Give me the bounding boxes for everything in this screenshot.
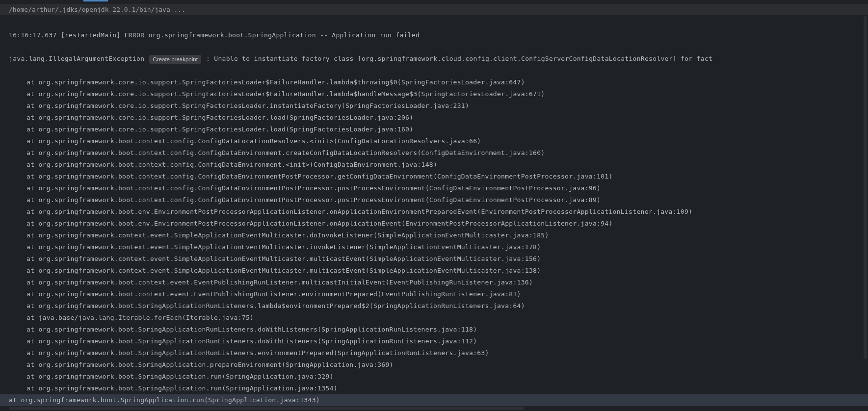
stack-trace-line: at org.springframework.boot.context.conf… <box>9 194 859 206</box>
stack-trace-line: at org.springframework.boot.context.even… <box>9 288 859 300</box>
stack-trace-line: at org.springframework.boot.SpringApplic… <box>9 383 859 394</box>
stack-trace-line: at org.springframework.boot.env.Environm… <box>9 206 859 218</box>
stack-trace-line: at org.springframework.core.io.support.S… <box>9 77 859 88</box>
tab-indicator <box>83 0 108 1</box>
stack-trace-line: at org.springframework.boot.env.Environm… <box>9 218 859 230</box>
stack-trace-line: at org.springframework.boot.context.conf… <box>9 171 859 182</box>
stack-trace-line: at org.springframework.boot.context.even… <box>9 277 859 288</box>
log-line-error: 16:16:17.637 [restartedMain] ERROR org.s… <box>9 29 859 41</box>
stack-trace-line: at org.springframework.core.io.support.S… <box>9 100 859 112</box>
stack-trace-line: at org.springframework.boot.SpringApplic… <box>9 371 859 383</box>
stack-trace-line: at org.springframework.context.event.Sim… <box>9 230 859 241</box>
console-output[interactable]: 16:16:17.637 [restartedMain] ERROR org.s… <box>0 16 868 411</box>
stack-trace-line: at org.springframework.boot.context.conf… <box>9 159 859 171</box>
stack-trace-line: at org.springframework.core.io.support.S… <box>9 124 859 135</box>
stack-trace-line: at org.springframework.boot.SpringApplic… <box>9 300 859 312</box>
stack-trace-line: at org.springframework.boot.context.conf… <box>9 182 859 194</box>
exception-line: java.lang.IllegalArgumentException Creat… <box>9 53 859 65</box>
stack-trace-line: at org.springframework.boot.context.conf… <box>9 147 859 159</box>
exception-message: : Unable to instantiate factory class [o… <box>206 55 712 62</box>
stack-trace-line: at org.springframework.boot.SpringApplic… <box>9 324 859 335</box>
stack-trace-line: at org.springframework.boot.context.conf… <box>9 135 859 147</box>
command-line[interactable]: /home/arthur/.jdks/openjdk-22.0.1/bin/ja… <box>0 4 868 16</box>
stack-trace-line: at org.springframework.context.event.Sim… <box>9 265 859 277</box>
stack-trace-line: at org.springframework.boot.SpringApplic… <box>9 347 859 359</box>
stack-trace-line: at org.springframework.core.io.support.S… <box>9 88 859 100</box>
stack-trace-line: at org.springframework.core.io.support.S… <box>9 112 859 124</box>
stack-trace-line: at org.springframework.boot.SpringApplic… <box>0 394 868 406</box>
top-bar <box>0 0 868 4</box>
create-breakpoint-button[interactable]: Create breakpoint <box>149 55 201 64</box>
stack-trace-line: at org.springframework.boot.SpringApplic… <box>9 359 859 371</box>
stack-trace-line: at org.springframework.context.event.Sim… <box>9 241 859 253</box>
exception-class: java.lang.IllegalArgumentException <box>9 55 144 62</box>
stack-trace-line: at org.springframework.context.event.Sim… <box>9 253 859 265</box>
scrollbar-horizontal[interactable] <box>9 407 524 410</box>
scrollbar-vertical[interactable] <box>864 16 867 359</box>
stack-trace-line: at java.base/java.lang.Iterable.forEach(… <box>9 312 859 324</box>
stack-trace-line: at org.springframework.boot.SpringApplic… <box>9 335 859 347</box>
